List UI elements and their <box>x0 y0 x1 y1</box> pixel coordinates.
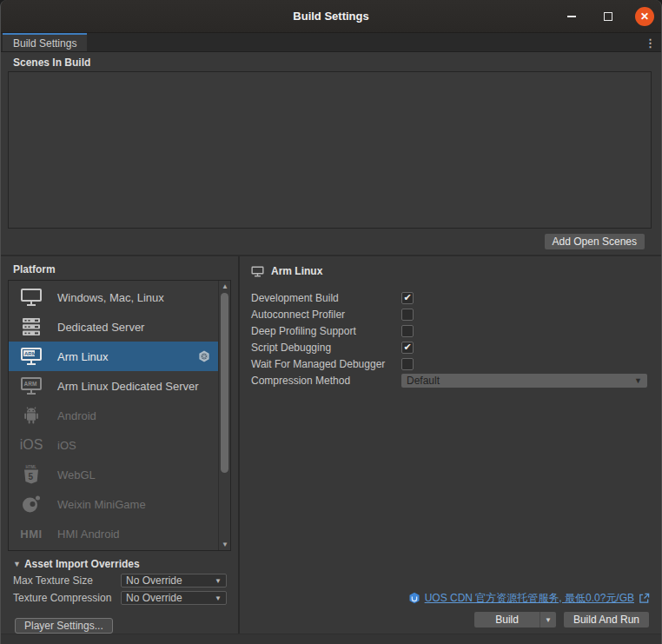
monitor-icon <box>17 286 45 309</box>
maximize-icon <box>604 12 612 21</box>
foldout-triangle-icon: ▼ <box>13 560 21 568</box>
scrollbar-up-arrow-icon[interactable]: ▲ <box>219 281 231 292</box>
development-build-checkbox[interactable]: ✔ <box>401 292 414 304</box>
unity-cube-icon <box>197 349 211 363</box>
platform-item-ios[interactable]: iOS iOS <box>9 430 218 460</box>
minimize-icon <box>567 16 576 17</box>
platform-item-hmi-android[interactable]: HMI HMI Android <box>9 519 218 548</box>
platform-item-label: WebGL <box>57 468 96 481</box>
maximize-button[interactable] <box>599 7 618 26</box>
platform-item-label: Android <box>57 409 96 422</box>
asset-overrides-foldout[interactable]: ▼ Asset Import Overrides <box>5 558 238 570</box>
svg-text:5: 5 <box>29 472 34 481</box>
compression-method-row: Compression Method Default ▼ <box>251 372 647 388</box>
uos-cdn-link[interactable]: UOS CDN 官方资源托管服务, 最低0.0?元/GB <box>425 591 634 606</box>
platform-item-weixin-minigame[interactable]: Weixin MiniGame <box>9 489 218 519</box>
wait-for-managed-debugger-row: Wait For Managed Debugger ✔ <box>251 355 647 372</box>
dropdown-value: No Override <box>126 592 182 604</box>
kebab-menu-icon[interactable]: ⋮ <box>645 33 656 52</box>
platform-item-webgl[interactable]: HTML 5 WebGL <box>9 460 218 489</box>
asset-import-overrides-section: ▼ Asset Import Overrides Max Texture Siz… <box>1 551 238 605</box>
development-build-row: Development Build ✔ <box>251 289 647 306</box>
platform-item-label: HMI Android <box>57 528 120 541</box>
deep-profiling-support-checkbox[interactable]: ✔ <box>401 325 414 337</box>
window-title: Build Settings <box>293 10 368 23</box>
platform-item-label: iOS <box>57 439 76 452</box>
settings-rows: Development Build ✔ Autoconnect Profiler… <box>240 277 661 388</box>
scenes-in-build-title: Scenes In Build <box>1 52 661 71</box>
build-buttons-row: Build ▼ Build And Run <box>240 607 661 627</box>
platform-item-dedicated-server[interactable]: Dedicated Server <box>9 312 218 342</box>
autoconnect-profiler-checkbox[interactable]: ✔ <box>401 309 414 321</box>
autoconnect-profiler-label: Autoconnect Profiler <box>251 309 401 321</box>
window-bottom-edge <box>1 634 661 644</box>
main-panels: Platform Windows, Mac, Linux <box>1 256 661 634</box>
build-settings-window: Build Settings ✕ Build Settings ⋮ Scenes… <box>0 0 662 644</box>
tab-label: Build Settings <box>13 37 76 50</box>
scenes-list[interactable] <box>8 71 652 229</box>
build-button[interactable]: Build <box>474 612 540 627</box>
chevron-down-icon: ▼ <box>215 577 222 585</box>
arm-monitor-icon: ARM <box>17 375 45 397</box>
texture-compression-label: Texture Compression <box>13 592 121 604</box>
autoconnect-profiler-row: Autoconnect Profiler ✔ <box>251 306 647 322</box>
selected-platform-header: Arm Linux <box>240 256 661 277</box>
svg-text:ARM: ARM <box>24 381 37 387</box>
build-split-button: Build ▼ <box>474 612 556 627</box>
server-icon <box>17 315 45 338</box>
platform-item-label: Weixin MiniGame <box>57 498 146 511</box>
close-button[interactable]: ✕ <box>635 7 654 26</box>
uos-cdn-row: UOS CDN 官方资源托管服务, 最低0.0?元/GB <box>240 589 661 607</box>
development-build-label: Development Build <box>251 292 401 304</box>
texture-compression-dropdown[interactable]: No Override ▼ <box>121 591 227 605</box>
svg-text:ARM: ARM <box>24 351 36 356</box>
platform-item-label: Dedicated Server <box>57 321 144 334</box>
wait-for-managed-debugger-checkbox[interactable]: ✔ <box>401 358 414 370</box>
add-open-scenes-button[interactable]: Add Open Scenes <box>545 234 645 249</box>
window-controls: ✕ <box>562 0 654 33</box>
deep-profiling-support-row: Deep Profiling Support ✔ <box>251 322 647 339</box>
dropdown-value: No Override <box>126 574 182 587</box>
svg-text:HTML: HTML <box>26 465 37 469</box>
html5-icon: HTML 5 <box>17 463 45 486</box>
dropdown-value: Default <box>407 375 440 387</box>
arm-monitor-icon: ARM <box>17 345 45 368</box>
platform-item-arm-linux-dedicated-server[interactable]: ARM Arm Linux Dedicated Server <box>9 371 218 401</box>
minimize-button[interactable] <box>562 7 581 26</box>
scrollbar-down-arrow-icon[interactable]: ▼ <box>219 539 231 550</box>
platform-title: Platform <box>1 256 238 280</box>
platform-item-partial[interactable] <box>9 548 218 551</box>
build-and-run-button[interactable]: Build And Run <box>564 612 649 627</box>
tab-bar: Build Settings ⋮ <box>1 33 661 52</box>
tab-build-settings[interactable]: Build Settings <box>3 33 87 51</box>
wait-for-managed-debugger-label: Wait For Managed Debugger <box>251 358 401 370</box>
android-icon <box>17 404 45 427</box>
player-settings-row: Player Settings... <box>1 618 238 634</box>
asset-overrides-title: Asset Import Overrides <box>24 558 140 570</box>
script-debugging-checkbox[interactable]: ✔ <box>401 342 414 354</box>
platform-item-arm-linux[interactable]: ARM Arm Linux <box>9 342 218 371</box>
titlebar: Build Settings ✕ <box>1 0 661 33</box>
max-texture-size-row: Max Texture Size No Override ▼ <box>5 574 238 588</box>
weixin-minigame-icon <box>17 493 45 515</box>
platform-list: Windows, Mac, Linux <box>8 280 231 551</box>
monitor-small-icon <box>251 266 264 277</box>
script-debugging-label: Script Debugging <box>251 342 401 354</box>
scrollbar-thumb[interactable] <box>221 293 228 473</box>
partial-circle-icon <box>17 550 33 551</box>
texture-compression-row: Texture Compression No Override ▼ <box>5 591 238 605</box>
compression-method-label: Compression Method <box>251 375 401 387</box>
platform-item-windows-mac-linux[interactable]: Windows, Mac, Linux <box>9 282 218 312</box>
max-texture-size-dropdown[interactable]: No Override ▼ <box>121 574 227 588</box>
platform-scrollbar[interactable]: ▲ ▼ <box>218 281 230 550</box>
uos-logo-icon <box>408 592 420 604</box>
build-dropdown-arrow[interactable]: ▼ <box>540 612 556 627</box>
script-debugging-row: Script Debugging ✔ <box>251 339 647 355</box>
close-icon: ✕ <box>640 11 649 22</box>
platform-item-android[interactable]: Android <box>9 401 218 430</box>
platform-item-label: Arm Linux Dedicated Server <box>57 380 199 393</box>
max-texture-size-label: Max Texture Size <box>13 574 121 587</box>
compression-method-dropdown[interactable]: Default ▼ <box>401 374 647 388</box>
player-settings-button[interactable]: Player Settings... <box>15 618 113 634</box>
platform-item-label: Arm Linux <box>57 350 109 363</box>
